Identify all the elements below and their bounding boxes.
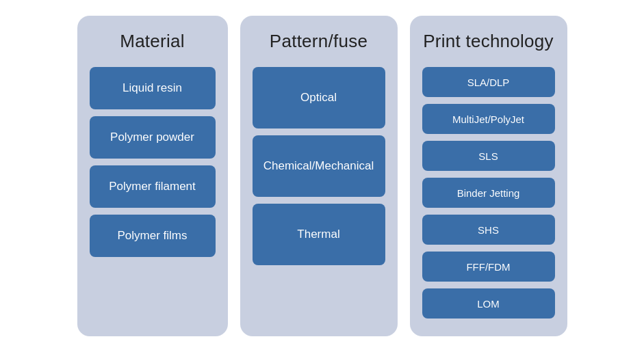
column-material: Material Liquid resin Polymer powder Pol… xyxy=(77,16,228,336)
material-items-list: Liquid resin Polymer powder Polymer fila… xyxy=(90,67,216,257)
list-item: SHS xyxy=(422,215,555,245)
list-item: Liquid resin xyxy=(90,67,216,109)
list-item: SLA/DLP xyxy=(422,67,555,97)
column-pattern-title: Pattern/fuse xyxy=(270,31,368,52)
list-item: Thermal xyxy=(253,204,385,265)
column-pattern: Pattern/fuse Optical Chemical/Mechanical… xyxy=(240,16,398,336)
list-item: Binder Jetting xyxy=(422,178,555,208)
list-item: LOM xyxy=(422,288,555,319)
pattern-items-list: Optical Chemical/Mechanical Thermal xyxy=(253,67,385,265)
column-material-title: Material xyxy=(120,31,185,52)
print-items-list: SLA/DLP MultiJet/PolyJet SLS Binder Jett… xyxy=(422,67,555,319)
list-item: Polymer filament xyxy=(90,165,216,208)
list-item: SLS xyxy=(422,141,555,171)
diagram-container: Material Liquid resin Polymer powder Pol… xyxy=(61,2,584,350)
list-item: FFF/FDM xyxy=(422,252,555,282)
list-item: MultiJet/PolyJet xyxy=(422,104,555,134)
list-item: Chemical/Mechanical xyxy=(253,135,385,197)
list-item: Optical xyxy=(253,67,385,128)
column-print-title: Print technology xyxy=(423,31,554,52)
column-print: Print technology SLA/DLP MultiJet/PolyJe… xyxy=(410,16,567,336)
list-item: Polymer films xyxy=(90,215,216,257)
list-item: Polymer powder xyxy=(90,116,216,159)
